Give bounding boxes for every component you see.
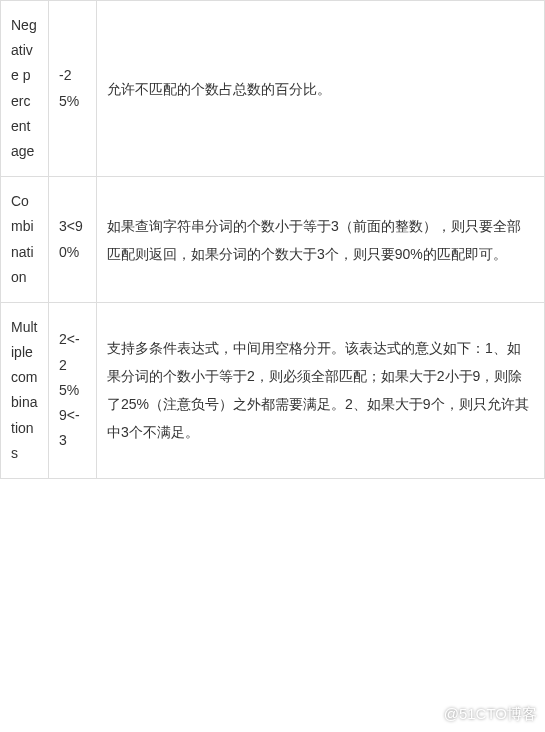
param-value-cell: -25% xyxy=(49,1,97,177)
table-row: Negative percentage -25% 允许不匹配的个数占总数的百分比… xyxy=(1,1,545,177)
parameter-table: Negative percentage -25% 允许不匹配的个数占总数的百分比… xyxy=(0,0,545,479)
param-name-cell: Negative percentage xyxy=(1,1,49,177)
param-description-cell: 支持多条件表达式，中间用空格分开。该表达式的意义如下：1、如果分词的个数小于等于… xyxy=(97,302,545,478)
param-name-cell: Multiple combinations xyxy=(1,302,49,478)
table-row: Multiple combinations 2<-25% 9<-3 支持多条件表… xyxy=(1,302,545,478)
param-name-cell: Combination xyxy=(1,177,49,303)
param-description-cell: 允许不匹配的个数占总数的百分比。 xyxy=(97,1,545,177)
param-value-cell: 3<90% xyxy=(49,177,97,303)
table-row: Combination 3<90% 如果查询字符串分词的个数小于等于3（前面的整… xyxy=(1,177,545,303)
param-description-cell: 如果查询字符串分词的个数小于等于3（前面的整数），则只要全部匹配则返回，如果分词… xyxy=(97,177,545,303)
param-value-cell: 2<-25% 9<-3 xyxy=(49,302,97,478)
